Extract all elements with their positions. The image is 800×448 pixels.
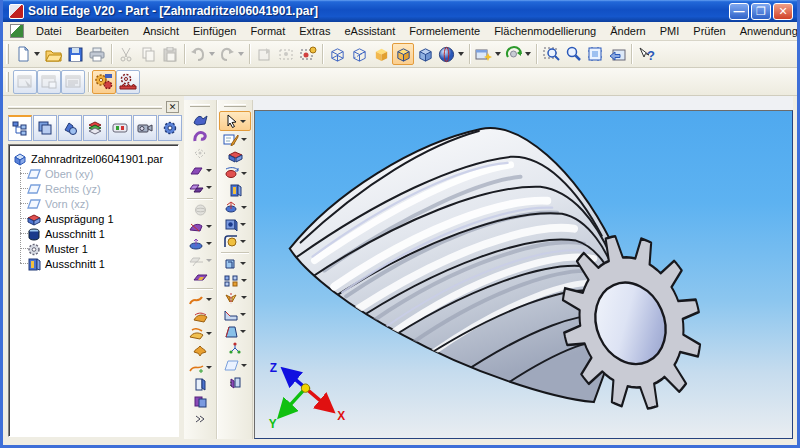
cut-button[interactable] [115, 43, 137, 65]
close-button[interactable]: ✕ [773, 3, 793, 20]
redo-button[interactable] [217, 43, 246, 65]
cutout-button[interactable] [219, 182, 251, 199]
save-button[interactable] [64, 43, 86, 65]
tab-sensors[interactable] [108, 115, 132, 141]
keypoint-curve-button[interactable] [185, 291, 215, 308]
tree-root[interactable]: Zahnradritzel06041901.par [13, 151, 176, 166]
toolbar-grip[interactable] [224, 104, 246, 107]
previous-view-button[interactable] [606, 43, 628, 65]
menu-einfuegen[interactable]: Einfügen [186, 23, 243, 39]
fit-view-button[interactable] [584, 43, 606, 65]
dialog-button-3[interactable] [61, 70, 85, 94]
revolved-cutout-button[interactable] [219, 199, 251, 216]
copy-button[interactable] [137, 43, 159, 65]
copy-surface-button[interactable] [185, 179, 215, 196]
gear-rack-calculation-button[interactable] [116, 70, 140, 94]
shaded-view-button[interactable] [370, 43, 392, 65]
paste-button[interactable] [159, 43, 181, 65]
select-fence-options-button[interactable] [297, 43, 319, 65]
menu-extras[interactable]: Extras [292, 23, 337, 39]
offset-surface-button[interactable] [185, 252, 215, 269]
stamp-surface-button[interactable] [185, 269, 215, 286]
menu-flaechenmodellierung[interactable]: Flächenmodellierung [487, 23, 603, 39]
menu-anwendungen[interactable]: Anwendungen [733, 23, 800, 39]
tab-family-of-parts[interactable] [58, 115, 82, 141]
draft-button[interactable] [219, 323, 251, 340]
replace-face-button[interactable] [185, 393, 215, 410]
menu-pruefen[interactable]: Prüfen [686, 23, 732, 39]
swept-surface-button[interactable] [185, 111, 215, 128]
tree-item-auspraegung[interactable]: Ausprägung 1 [13, 211, 176, 226]
tree-item-ausschnitt-2[interactable]: Ausschnitt 1 [13, 256, 176, 271]
title-bar[interactable]: Solid Edge V20 - Part - [Zahnradritzel06… [3, 0, 797, 22]
tree-item-oben[interactable]: Oben (xy) [13, 166, 176, 181]
dialog-button-2[interactable] [37, 70, 61, 94]
reference-plane-button[interactable] [219, 357, 251, 374]
extruded-surface-button[interactable] [185, 162, 215, 179]
model-viewport[interactable]: Z Y X [254, 110, 793, 439]
toolbar-grip[interactable] [6, 72, 9, 92]
hidden-edge-view-button[interactable] [348, 43, 370, 65]
tab-pathfinder[interactable] [8, 115, 32, 141]
panel-drag-handle[interactable] [8, 106, 162, 109]
sphere-surface-button[interactable] [185, 201, 215, 218]
toolbar-overflow-button[interactable] [185, 410, 215, 427]
rotate-view-button[interactable] [503, 43, 533, 65]
project-curve-button[interactable] [185, 325, 215, 342]
menu-datei[interactable]: Datei [29, 23, 69, 39]
app-icon[interactable] [9, 4, 24, 19]
insert-object-button[interactable] [253, 43, 275, 65]
rib-button[interactable] [219, 306, 251, 323]
minimize-button[interactable]: — [729, 3, 749, 20]
menu-eassistant[interactable]: eAssistant [337, 23, 402, 39]
toolbar-grip[interactable] [190, 104, 210, 107]
tab-named-views[interactable] [133, 115, 157, 141]
zoom-button[interactable] [562, 43, 584, 65]
hole-button[interactable] [219, 216, 251, 233]
panel-close-button[interactable]: ✕ [166, 101, 179, 113]
view-wizard-button[interactable] [473, 43, 503, 65]
tree-item-ausschnitt-1[interactable]: Ausschnitt 1 [13, 226, 176, 241]
revolved-protrusion-button[interactable] [219, 165, 251, 182]
toolbar-grip[interactable] [6, 44, 9, 64]
tree-item-muster[interactable]: Muster 1 [13, 241, 176, 256]
tree-item-rechts[interactable]: Rechts (yz) [13, 181, 176, 196]
mirror-button[interactable] [219, 289, 251, 306]
menu-ansicht[interactable]: Ansicht [136, 23, 186, 39]
menu-bearbeiten[interactable]: Bearbeiten [69, 23, 136, 39]
round-button[interactable] [219, 233, 251, 250]
contour-curve-button[interactable] [185, 308, 215, 325]
open-button[interactable] [42, 43, 64, 65]
visible-hidden-edges-view-button[interactable] [414, 43, 436, 65]
menu-formelemente[interactable]: Formelemente [402, 23, 487, 39]
protrusion-button[interactable] [219, 148, 251, 165]
gear-calculation-button[interactable] [92, 70, 116, 94]
shaded-with-edges-view-button[interactable] [392, 43, 414, 65]
menu-pmi[interactable]: PMI [653, 23, 687, 39]
sketch-button[interactable] [219, 131, 251, 148]
menu-format[interactable]: Format [243, 23, 292, 39]
maximize-button[interactable]: ❐ [751, 3, 771, 20]
tab-options[interactable] [158, 115, 182, 141]
print-button[interactable] [86, 43, 108, 65]
dialog-button-1[interactable] [13, 70, 37, 94]
tab-layers[interactable] [83, 115, 107, 141]
new-document-button[interactable] [13, 43, 42, 65]
select-fence-button[interactable] [275, 43, 297, 65]
tree-item-vorn[interactable]: Vorn (xz) [13, 196, 176, 211]
select-tool-button[interactable] [219, 111, 251, 131]
cross-curve-button[interactable] [185, 342, 215, 359]
wireframe-view-button[interactable] [326, 43, 348, 65]
lofted-surface-button[interactable] [185, 128, 215, 145]
help-button[interactable]: ? [635, 43, 657, 65]
split-surface-button[interactable] [185, 376, 215, 393]
thin-wall-button[interactable] [219, 255, 251, 272]
derived-curve-button[interactable] [185, 359, 215, 376]
shaded-sphere-button[interactable] [436, 43, 466, 65]
zoom-area-button[interactable] [540, 43, 562, 65]
document-icon[interactable] [10, 24, 24, 38]
extend-surface-button[interactable] [185, 235, 215, 252]
menu-aendern[interactable]: Ändern [603, 23, 652, 39]
construction-display-button[interactable] [219, 374, 251, 391]
pattern-button[interactable] [219, 272, 251, 289]
